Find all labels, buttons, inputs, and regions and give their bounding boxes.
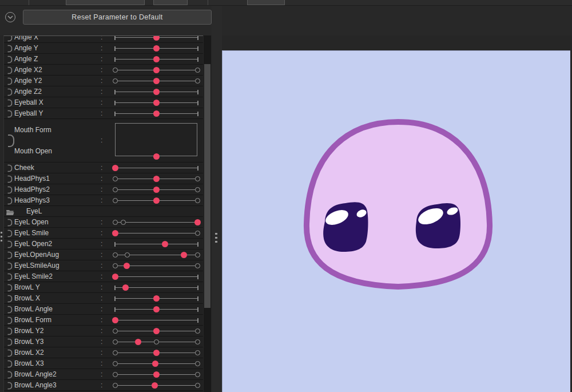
slider-handle[interactable] [153, 35, 160, 41]
xy-pad[interactable] [115, 123, 197, 156]
keyform-point [113, 176, 118, 181]
param-row-headphys1[interactable]: HeadPhys1: [4, 173, 203, 184]
toolbar-button-partial[interactable] [66, 0, 145, 5]
slider-handle[interactable] [153, 197, 160, 204]
link-icon [6, 45, 13, 53]
keyform-point [154, 339, 159, 345]
param-row-browl-y2[interactable]: BrowL Y2: [4, 326, 203, 336]
slider-handle[interactable] [152, 382, 158, 389]
param-label: HeadPhys2 [14, 185, 50, 193]
param-row-eyelopenaug[interactable]: EyeLOpenAug: [4, 250, 203, 260]
param-row-browl-x3[interactable]: BrowL X3: [4, 358, 203, 369]
param-row-headphys2[interactable]: HeadPhys2: [4, 184, 203, 195]
slider-handle[interactable] [152, 361, 158, 367]
parameter-scrollbar[interactable] [204, 35, 211, 392]
param-label: Angle Y2 [14, 77, 42, 85]
toolbar-separator [208, 0, 208, 5]
link-icon [6, 306, 13, 314]
slider-handle[interactable] [153, 306, 160, 312]
param-label: EyeL Smile [14, 229, 49, 237]
param-row-browl-x[interactable]: BrowL X: [4, 293, 203, 304]
slider-handle[interactable] [153, 371, 160, 378]
param-row-angle-z[interactable]: Angle Z: [4, 54, 203, 65]
param-row-eyeball-x[interactable]: Eyeball X: [4, 97, 203, 108]
slider-handle[interactable] [181, 252, 187, 258]
param-row-eyelsmileaug[interactable]: EyeLSmileAug: [4, 260, 203, 271]
reset-parameters-button[interactable]: Reset Parameter to Default [23, 10, 212, 25]
link-icon [6, 186, 13, 194]
slider-handle[interactable] [153, 78, 160, 84]
link-icon [6, 110, 13, 118]
keyform-point [113, 187, 118, 192]
param-row-angle-y2[interactable]: Angle Y2: [4, 76, 203, 86]
slider-handle[interactable] [153, 328, 160, 334]
slider-handle[interactable] [153, 187, 160, 193]
app-window: Reset Parameter to Default Angle X:Angle… [0, 0, 572, 392]
panel-divider[interactable] [212, 6, 222, 392]
param-row-headphys3[interactable]: HeadPhys3: [4, 195, 203, 206]
xy-handle[interactable] [153, 153, 160, 160]
param-row-browl-y[interactable]: BrowL Y: [4, 282, 203, 293]
character-left-eye [323, 202, 368, 252]
model-viewport[interactable] [222, 50, 570, 392]
param-row-eyel-open2[interactable]: EyeL Open2: [4, 239, 203, 250]
param-row-angle-y[interactable]: Angle Y: [4, 43, 203, 54]
panel-drag-grip-left[interactable] [1, 232, 2, 241]
param-row-angle-x2[interactable]: Angle X2: [4, 65, 203, 76]
panel-drag-grip[interactable] [215, 233, 217, 243]
param-row-browl-angle3[interactable]: BrowL Angle3: [4, 380, 203, 391]
keyform-point [121, 220, 126, 225]
slider-handle[interactable] [153, 67, 160, 73]
param-row-browl-x2[interactable]: BrowL X2: [4, 347, 203, 358]
slider-handle[interactable] [124, 263, 130, 269]
param-label: BrowL Form [14, 316, 51, 324]
toolbar-button-partial[interactable] [247, 0, 285, 5]
slider-handle[interactable] [153, 350, 160, 356]
param-row-eyel-open[interactable]: EyeL Open: [4, 217, 203, 228]
slider-track[interactable] [115, 222, 197, 223]
slider-handle[interactable] [153, 176, 160, 182]
keyform-point [113, 198, 118, 203]
slider-handle[interactable] [153, 100, 160, 106]
slider-handle[interactable] [153, 295, 160, 302]
slider-handle[interactable] [122, 284, 129, 291]
param-row-browl-y3[interactable]: BrowL Y3: [4, 336, 203, 347]
toolbar-separator [29, 0, 29, 5]
param-row-eyeball-y[interactable]: Eyeball Y: [4, 108, 203, 119]
param-row-cheek[interactable]: Cheek: [4, 163, 203, 173]
slider-handle[interactable] [135, 339, 141, 345]
slider-track[interactable] [115, 233, 197, 233]
toolbar-button-partial[interactable] [153, 0, 188, 5]
param-row-eyel-smile2[interactable]: EyeL Smile2: [4, 271, 203, 282]
param-row-angle-z2[interactable]: Angle Z2: [4, 86, 203, 97]
slider-handle[interactable] [194, 219, 201, 225]
collapse-all-button[interactable] [5, 12, 15, 22]
param-label: Cheek [14, 164, 34, 172]
param-row-browl-angle2[interactable]: BrowL Angle2: [4, 369, 203, 380]
link-icon [6, 382, 13, 390]
slider-handle[interactable] [112, 165, 118, 171]
param-folder-eyel[interactable]: EyeL [4, 206, 203, 217]
param-row-browl-form[interactable]: BrowL Form: [4, 315, 203, 326]
slider-handle[interactable] [112, 274, 118, 280]
slider-handle[interactable] [153, 110, 160, 117]
param-label: HeadPhys3 [14, 196, 50, 204]
param-row-eyel-smile[interactable]: EyeL Smile: [4, 228, 203, 239]
top-toolbar [0, 0, 572, 6]
keyform-point [113, 220, 118, 225]
param-xy-mouth[interactable]: Mouth FormMouth Open: [4, 119, 203, 163]
slider-handle[interactable] [153, 56, 160, 62]
slider-track[interactable] [115, 244, 197, 244]
keyform-point [195, 383, 200, 388]
scrollbar-thumb[interactable] [204, 64, 210, 308]
slider-handle[interactable] [153, 45, 160, 52]
slider-track[interactable] [115, 168, 197, 168]
slider-handle[interactable] [112, 230, 118, 236]
slider-handle[interactable] [153, 89, 160, 95]
slider-handle[interactable] [112, 317, 118, 323]
slider-handle[interactable] [162, 241, 168, 247]
slider-track[interactable] [115, 320, 197, 320]
param-row-browl-angle[interactable]: BrowL Angle: [4, 304, 203, 315]
param-row-angle-x[interactable]: Angle X: [4, 36, 203, 43]
slider-track[interactable] [115, 276, 197, 277]
